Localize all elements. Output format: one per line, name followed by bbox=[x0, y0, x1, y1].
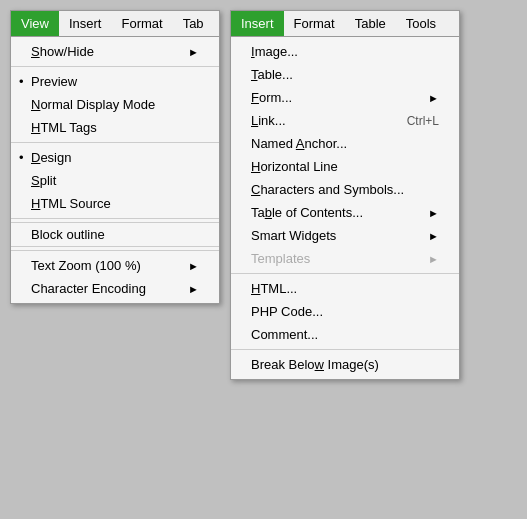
char-encoding-arrow: ► bbox=[188, 283, 199, 295]
left-menu-bar-tab[interactable]: Tab bbox=[173, 11, 214, 36]
right-dropdown-menu: Image... Table... Form... ► Link... Ctrl… bbox=[230, 36, 460, 380]
left-menu-bar-view[interactable]: View bbox=[11, 11, 59, 36]
chars-symbols-label: Characters and Symbols... bbox=[251, 182, 404, 197]
left-dropdown-menu: Show/Hide ► Preview Normal Display Mode … bbox=[10, 36, 220, 304]
right-menu-bar-table[interactable]: Table bbox=[345, 11, 396, 36]
comment-label: Comment... bbox=[251, 327, 318, 342]
html-tags-label: HTML Tags bbox=[31, 120, 97, 135]
menu-item-horizontal-line[interactable]: Horizontal Line bbox=[231, 155, 459, 178]
horizontal-line-label: Horizontal Line bbox=[251, 159, 338, 174]
smart-widgets-label: Smart Widgets bbox=[251, 228, 336, 243]
menu-item-design[interactable]: Design bbox=[11, 146, 219, 169]
preview-label: Preview bbox=[31, 74, 77, 89]
right-menu-bar-insert[interactable]: Insert bbox=[231, 11, 284, 36]
right-menu-bar-format[interactable]: Format bbox=[284, 11, 345, 36]
menu-item-html[interactable]: HTML... bbox=[231, 277, 459, 300]
menu-item-php-code[interactable]: PHP Code... bbox=[231, 300, 459, 323]
link-shortcut: Ctrl+L bbox=[407, 114, 439, 128]
left-menu-container: View Insert Format Tab Show/Hide ► Previ… bbox=[10, 10, 220, 304]
menu-item-block-outline[interactable]: Block outline bbox=[11, 222, 219, 247]
toc-arrow: ► bbox=[428, 207, 439, 219]
smart-widgets-arrow: ► bbox=[428, 230, 439, 242]
menu-item-show-hide[interactable]: Show/Hide ► bbox=[11, 40, 219, 63]
menu-item-normal-display[interactable]: Normal Display Mode bbox=[11, 93, 219, 116]
break-below-label: Break Below Image(s) bbox=[251, 357, 379, 372]
named-anchor-label: Named Anchor... bbox=[251, 136, 347, 151]
text-zoom-arrow: ► bbox=[188, 260, 199, 272]
right-separator-1 bbox=[231, 273, 459, 274]
form-label: Form... bbox=[251, 90, 292, 105]
menus-wrapper: View Insert Format Tab Show/Hide ► Previ… bbox=[10, 10, 460, 380]
menu-item-html-source[interactable]: HTML Source bbox=[11, 192, 219, 215]
menu-item-text-zoom[interactable]: Text Zoom (100 %) ► bbox=[11, 254, 219, 277]
table-label: Table... bbox=[251, 67, 293, 82]
image-label: Image... bbox=[251, 44, 298, 59]
menu-item-templates: Templates ► bbox=[231, 247, 459, 270]
menu-item-split[interactable]: Split bbox=[11, 169, 219, 192]
left-menu-bar-insert[interactable]: Insert bbox=[59, 11, 112, 36]
form-arrow: ► bbox=[428, 92, 439, 104]
normal-display-label: Normal Display Mode bbox=[31, 97, 155, 112]
templates-arrow: ► bbox=[428, 253, 439, 265]
show-hide-label: Show/Hide bbox=[31, 44, 94, 59]
menu-item-chars-symbols[interactable]: Characters and Symbols... bbox=[231, 178, 459, 201]
menu-item-named-anchor[interactable]: Named Anchor... bbox=[231, 132, 459, 155]
menu-item-char-encoding[interactable]: Character Encoding ► bbox=[11, 277, 219, 300]
right-separator-2 bbox=[231, 349, 459, 350]
html-source-label: HTML Source bbox=[31, 196, 111, 211]
html-label: HTML... bbox=[251, 281, 297, 296]
split-label: Split bbox=[31, 173, 56, 188]
menu-item-image[interactable]: Image... bbox=[231, 40, 459, 63]
menu-item-table[interactable]: Table... bbox=[231, 63, 459, 86]
link-label: Link... bbox=[251, 113, 286, 128]
right-menu-bar-tools[interactable]: Tools bbox=[396, 11, 446, 36]
menu-item-smart-widgets[interactable]: Smart Widgets ► bbox=[231, 224, 459, 247]
text-zoom-label: Text Zoom (100 %) bbox=[31, 258, 141, 273]
menu-item-comment[interactable]: Comment... bbox=[231, 323, 459, 346]
menu-item-preview[interactable]: Preview bbox=[11, 70, 219, 93]
menu-item-link[interactable]: Link... Ctrl+L bbox=[231, 109, 459, 132]
templates-label: Templates bbox=[251, 251, 310, 266]
left-menu-bar: View Insert Format Tab bbox=[10, 10, 220, 36]
block-outline-label: Block outline bbox=[31, 227, 105, 242]
separator-2 bbox=[11, 142, 219, 143]
left-menu-bar-format[interactable]: Format bbox=[111, 11, 172, 36]
toc-label: Table of Contents... bbox=[251, 205, 363, 220]
separator-3 bbox=[11, 218, 219, 219]
right-menu-container: Insert Format Table Tools Image... Table… bbox=[230, 10, 460, 380]
design-label: Design bbox=[31, 150, 71, 165]
separator-4 bbox=[11, 250, 219, 251]
show-hide-arrow: ► bbox=[188, 46, 199, 58]
separator-1 bbox=[11, 66, 219, 67]
menu-item-toc[interactable]: Table of Contents... ► bbox=[231, 201, 459, 224]
menu-item-break-below[interactable]: Break Below Image(s) bbox=[231, 353, 459, 376]
right-menu-bar: Insert Format Table Tools bbox=[230, 10, 460, 36]
menu-item-form[interactable]: Form... ► bbox=[231, 86, 459, 109]
php-code-label: PHP Code... bbox=[251, 304, 323, 319]
char-encoding-label: Character Encoding bbox=[31, 281, 146, 296]
menu-item-html-tags[interactable]: HTML Tags bbox=[11, 116, 219, 139]
